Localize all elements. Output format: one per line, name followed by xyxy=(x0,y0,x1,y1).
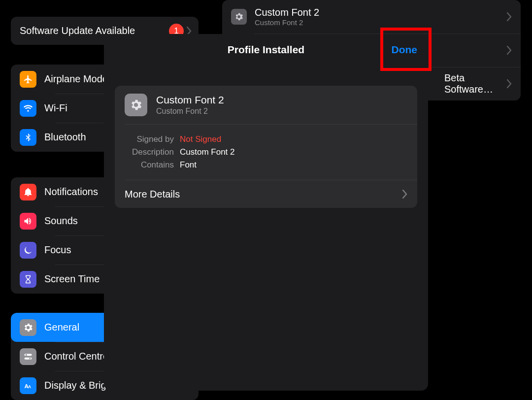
svg-point-2 xyxy=(26,354,27,355)
bluetooth-icon xyxy=(20,129,36,146)
bell-icon xyxy=(20,184,36,200)
meta-value: Custom Font 2 xyxy=(180,147,235,157)
profile-row[interactable]: Custom Font 2 Custom Font 2 xyxy=(222,0,521,33)
chevron-right-icon xyxy=(507,12,512,21)
sidebar-item-label: General xyxy=(44,322,79,333)
meta-contains: Contains Font xyxy=(125,160,407,170)
profile-gear-icon xyxy=(125,94,147,116)
sidebar-item-label: Control Centre xyxy=(44,351,108,362)
moon-icon xyxy=(20,242,36,259)
svg-rect-0 xyxy=(25,354,32,356)
more-details-label: More Details xyxy=(125,189,180,200)
speaker-icon xyxy=(20,213,36,230)
more-details-row[interactable]: More Details xyxy=(115,180,417,208)
gear-icon xyxy=(20,319,36,336)
sidebar-item-label: Airplane Mode xyxy=(44,73,108,85)
chevron-right-icon xyxy=(507,46,512,55)
meta-key: Signed by xyxy=(125,134,174,144)
meta-value: Font xyxy=(180,160,197,170)
hourglass-icon xyxy=(20,271,36,288)
textsize-icon: AA xyxy=(20,377,36,394)
sidebar-item-label: Notifications xyxy=(44,186,98,198)
chevron-right-icon xyxy=(402,190,407,199)
sidebar-item-label: Screen Time xyxy=(44,273,100,285)
meta-description: Description Custom Font 2 xyxy=(125,147,407,157)
meta-value: Not Signed xyxy=(180,134,221,144)
profile-row-text: Custom Font 2 Custom Font 2 xyxy=(255,6,507,27)
profile-card-titles: Custom Font 2 Custom Font 2 xyxy=(156,94,224,116)
switches-icon xyxy=(20,348,36,365)
profile-installed-sheet: Profile Installed Done Custom Font 2 Cus… xyxy=(104,34,428,391)
sidebar-item-label: Sounds xyxy=(44,215,78,227)
chevron-right-icon xyxy=(507,79,512,88)
meta-key: Description xyxy=(125,147,174,157)
profile-card: Custom Font 2 Custom Font 2 Signed by No… xyxy=(115,86,417,208)
profile-subtitle: Custom Font 2 xyxy=(156,106,224,116)
profile-name: Custom Font 2 xyxy=(156,94,224,106)
meta-signed-by: Signed by Not Signed xyxy=(125,134,407,144)
sheet-title: Profile Installed xyxy=(228,44,304,56)
profile-row-title: Custom Font 2 xyxy=(255,6,507,18)
profile-row-subtitle: Custom Font 2 xyxy=(255,18,507,27)
wifi-icon xyxy=(20,100,36,117)
sidebar-item-label: Focus xyxy=(44,244,71,256)
svg-text:A: A xyxy=(28,384,31,389)
meta-key: Contains xyxy=(125,160,174,170)
profile-gear-icon xyxy=(231,9,247,25)
airplane-icon xyxy=(20,71,36,88)
svg-point-3 xyxy=(29,358,31,359)
profile-card-header: Custom Font 2 Custom Font 2 xyxy=(115,86,417,124)
profile-meta: Signed by Not Signed Description Custom … xyxy=(115,125,417,180)
sidebar-item-label: Wi-Fi xyxy=(44,102,67,114)
sheet-header: Profile Installed Done xyxy=(104,34,428,65)
sidebar-item-label: Bluetooth xyxy=(44,132,86,143)
done-button[interactable]: Done xyxy=(392,44,418,56)
